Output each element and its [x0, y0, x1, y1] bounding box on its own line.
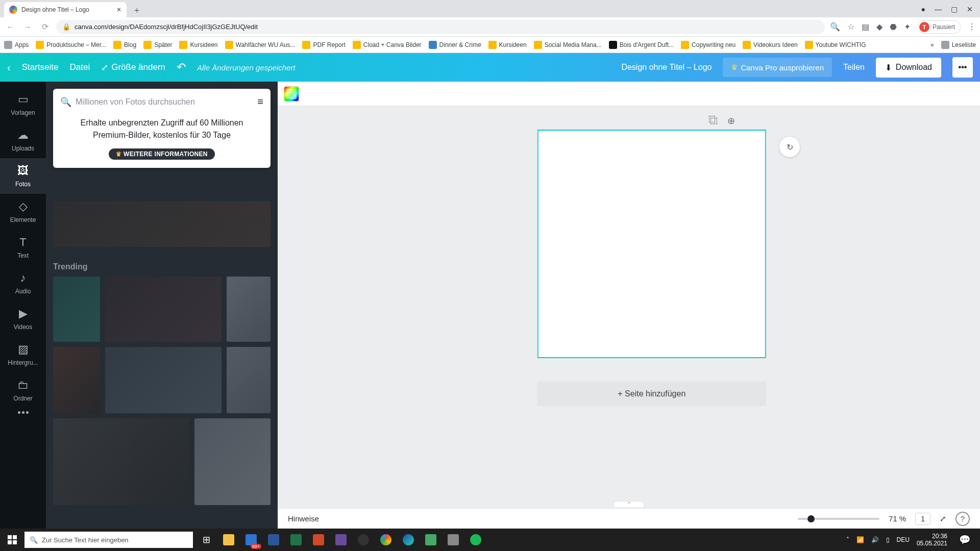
- tray-chevron-icon[interactable]: ˄: [846, 536, 849, 543]
- more-button[interactable]: •••: [952, 57, 973, 78]
- back-chevron-icon[interactable]: ‹: [7, 62, 11, 73]
- ext1-icon[interactable]: ◆: [876, 22, 883, 32]
- photo-thumb[interactable]: [53, 347, 100, 413]
- close-window-icon[interactable]: ✕: [967, 5, 973, 13]
- tab-close-icon[interactable]: ✕: [116, 6, 121, 13]
- tray-notifications-icon[interactable]: 💬: [954, 529, 975, 551]
- color-swatch[interactable]: [284, 86, 299, 102]
- sidenav-more[interactable]: [18, 411, 29, 414]
- reload-icon[interactable]: ⟳: [39, 22, 51, 32]
- help-icon[interactable]: ?: [955, 512, 970, 526]
- bookmark-item[interactable]: Wahlfächer WU Aus...: [225, 41, 296, 49]
- photo-thumb[interactable]: [53, 418, 189, 505]
- browser-tab[interactable]: Design ohne Titel – Logo ✕: [4, 2, 127, 17]
- regenerate-button[interactable]: ↻: [779, 137, 800, 157]
- photo-thumb[interactable]: [105, 277, 222, 342]
- photo-thumb[interactable]: [227, 347, 271, 413]
- tray-wifi-icon[interactable]: 📶: [856, 536, 864, 543]
- sidenav-text[interactable]: TText: [0, 230, 46, 265]
- sidenav-elemente[interactable]: ◇Elemente: [0, 194, 46, 230]
- taskbar-search[interactable]: 🔍 Zur Suche Text hier eingeben: [24, 532, 193, 548]
- taskbar-edge[interactable]: [399, 532, 418, 548]
- filter-icon[interactable]: ≡: [257, 96, 263, 108]
- share-button[interactable]: Teilen: [843, 63, 865, 72]
- promo-cta-button[interactable]: ♛ WEITERE INFORMATIONEN: [109, 148, 215, 160]
- menu-resize[interactable]: ⤢ Größe ändern: [101, 62, 165, 73]
- taskbar-powerpoint[interactable]: [309, 532, 328, 548]
- zoom-knob[interactable]: [807, 515, 815, 522]
- bookmark-item[interactable]: Dinner & Crime: [429, 41, 481, 49]
- bookmark-item[interactable]: Cload + Canva Bilder: [353, 41, 422, 49]
- bookmark-item[interactable]: Copywriting neu: [681, 41, 736, 49]
- zoom-value[interactable]: 71 %: [889, 514, 906, 523]
- tray-volume-icon[interactable]: 🔊: [871, 536, 879, 543]
- start-button[interactable]: [0, 529, 24, 551]
- bookmark-item[interactable]: Youtube WICHTIG: [805, 41, 866, 49]
- address-bar[interactable]: 🔒 canva.com/design/DAEdomzscjl/drBfjHdCo…: [56, 20, 825, 34]
- taskbar-obs[interactable]: [354, 532, 373, 548]
- new-tab-button[interactable]: ＋: [130, 3, 144, 17]
- add-page-icon[interactable]: ⊕: [727, 115, 735, 127]
- add-page-button[interactable]: + Seite hinzufügen: [537, 382, 766, 406]
- menu-home[interactable]: Startseite: [22, 62, 59, 72]
- reading-list[interactable]: Leseliste: [941, 41, 976, 49]
- taskbar-app[interactable]: [332, 532, 350, 548]
- forward-icon[interactable]: →: [21, 22, 34, 32]
- bookmark-item[interactable]: PDF Report: [302, 41, 345, 49]
- photo-search-input[interactable]: [76, 97, 253, 107]
- ext2-icon[interactable]: ⬣: [890, 22, 897, 32]
- hints-label[interactable]: Hinweise: [288, 514, 319, 523]
- profile-chip[interactable]: T Pausiert: [918, 20, 961, 34]
- photo-thumb[interactable]: [53, 277, 100, 342]
- bookmark-item[interactable]: Social Media Mana...: [534, 41, 602, 49]
- qr-icon[interactable]: ▤: [862, 22, 869, 32]
- photo-thumb[interactable]: [53, 201, 271, 247]
- duplicate-page-icon[interactable]: ⿻: [709, 115, 718, 127]
- photo-thumb[interactable]: [194, 418, 271, 505]
- bookmark-apps[interactable]: Apps: [4, 41, 29, 49]
- taskbar-spotify[interactable]: [467, 532, 485, 548]
- taskbar-chrome[interactable]: [377, 532, 395, 548]
- sidenav-uploads[interactable]: ☁Uploads: [0, 122, 46, 158]
- bookmark-item[interactable]: Blog: [113, 41, 136, 49]
- sidenav-audio[interactable]: ♪Audio: [0, 265, 46, 301]
- taskbar-app3[interactable]: [444, 532, 462, 548]
- tray-lang[interactable]: DEU: [897, 536, 910, 543]
- taskbar-explorer[interactable]: [219, 532, 238, 548]
- sidenav-ordner[interactable]: 🗀Ordner: [0, 372, 46, 408]
- bookmarks-overflow-icon[interactable]: »: [930, 41, 934, 48]
- zoom-lens-icon[interactable]: 🔍: [830, 22, 840, 32]
- maximize-icon[interactable]: ▢: [951, 5, 958, 13]
- download-button[interactable]: ⬇ Download: [876, 58, 941, 78]
- taskbar-excel[interactable]: [287, 532, 305, 548]
- taskbar-word[interactable]: [264, 532, 283, 548]
- sidenav-vorlagen[interactable]: ▭Vorlagen: [0, 87, 46, 122]
- minimize-icon[interactable]: —: [935, 5, 942, 13]
- bookmark-item[interactable]: Produktsuche – Mer...: [36, 41, 106, 49]
- photo-thumb[interactable]: [105, 347, 222, 413]
- bookmark-item[interactable]: Später: [143, 41, 172, 49]
- star-icon[interactable]: ☆: [847, 22, 854, 32]
- try-pro-button[interactable]: ♛ Canva Pro ausprobieren: [723, 58, 832, 77]
- tray-clock[interactable]: 20:36 05.05.2021: [917, 533, 947, 547]
- account-dot-icon[interactable]: ●: [921, 5, 925, 13]
- bookmark-item[interactable]: Kursideen: [488, 41, 527, 49]
- back-icon[interactable]: ←: [4, 22, 16, 32]
- undo-icon[interactable]: ↶: [177, 61, 186, 74]
- canvas-stage[interactable]: ⿻ ⊕ ↻ + Seite hinzufügen ⌃: [278, 106, 980, 508]
- sidenav-fotos[interactable]: 🖼Fotos: [0, 158, 46, 194]
- sidenav-videos[interactable]: ▶Videos: [0, 301, 46, 337]
- bookmark-item[interactable]: Bois d'Argent Duft...: [609, 41, 674, 49]
- taskbar-app2[interactable]: [422, 532, 440, 548]
- design-title[interactable]: Design ohne Titel – Logo: [621, 63, 712, 72]
- photo-thumb[interactable]: [227, 277, 271, 342]
- sidenav-hintergrund[interactable]: ▨Hintergru...: [0, 337, 46, 372]
- notes-chevron-icon[interactable]: ⌃: [614, 501, 644, 507]
- bookmark-item[interactable]: Videokurs Ideen: [743, 41, 798, 49]
- taskbar-mail[interactable]: [242, 532, 260, 548]
- tray-battery-icon[interactable]: ▯: [886, 536, 890, 543]
- menu-file[interactable]: Datei: [69, 62, 90, 72]
- zoom-slider[interactable]: [798, 518, 879, 520]
- bookmark-item[interactable]: Kursideen: [179, 41, 217, 49]
- kebab-icon[interactable]: ⋮: [968, 22, 976, 32]
